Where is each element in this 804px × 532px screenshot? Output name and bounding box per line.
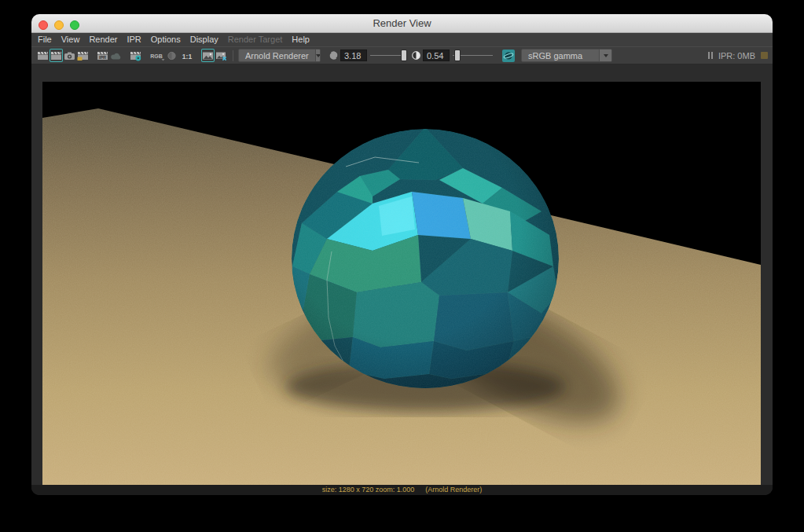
render-view-window: Render View File View Render IPR Options… (31, 14, 773, 495)
menu-options[interactable]: Options (146, 33, 185, 46)
svg-text:1:1: 1:1 (182, 52, 192, 60)
display-real-size-button[interactable]: 1:1 (178, 49, 195, 62)
status-bar: size: 1280 x 720 zoom: 1.000 (Arnold Ren… (31, 485, 773, 495)
ipr-render-button[interactable]: IPR (96, 49, 109, 62)
snapshot-button[interactable] (63, 49, 76, 62)
gamma-slider-handle[interactable] (455, 50, 460, 61)
render-current-frame-button[interactable] (50, 49, 63, 62)
svg-text:IPR: IPR (99, 54, 106, 59)
ipr-render-settings-button[interactable] (129, 49, 142, 62)
status-size-zoom: size: 1280 x 720 zoom: 1.000 (322, 485, 415, 495)
stop-ipr-icon[interactable] (761, 52, 768, 59)
title-bar[interactable]: Render View (31, 14, 773, 33)
keep-image-icon (202, 50, 214, 61)
exposure-slider-handle[interactable] (402, 50, 406, 61)
exposure-slider[interactable] (370, 50, 406, 61)
gamma-icon (409, 49, 423, 62)
exposure-input[interactable] (340, 50, 367, 61)
clapperboard-icon (37, 50, 49, 61)
pause-ipr-tuning-button (109, 49, 123, 62)
rgb-channels-icon: RGB (149, 50, 165, 61)
menu-file[interactable]: File (33, 33, 57, 46)
status-renderer: (Arnold Renderer) (425, 485, 482, 495)
display-alpha-channel-button (165, 49, 178, 62)
ipr-clapperboard-icon: IPR (97, 50, 108, 61)
clapperboard-settings-icon (77, 50, 89, 61)
keep-image-button[interactable] (201, 49, 215, 62)
menu-display[interactable]: Display (185, 33, 223, 46)
clapperboard-selected-icon (50, 50, 62, 61)
render-view-panel (31, 64, 773, 485)
chevron-down-icon (315, 50, 321, 61)
clapperboard-gear-icon (130, 50, 141, 61)
menu-ipr[interactable]: IPR (122, 33, 145, 46)
chevron-down-icon (599, 50, 611, 61)
alpha-channel-icon (166, 50, 178, 61)
ipr-memory-label: IPR: 0MB (718, 51, 755, 61)
color-management-button[interactable] (502, 50, 515, 62)
open-render-settings-button[interactable] (76, 49, 90, 62)
camera-icon (64, 50, 75, 61)
svg-text:RGB: RGB (150, 53, 163, 59)
real-size-icon: 1:1 (179, 50, 195, 61)
display-rgb-channels-button[interactable]: RGB (149, 49, 165, 62)
remove-image-button[interactable] (215, 49, 228, 62)
color-management-icon (502, 50, 515, 62)
menu-bar: File View Render IPR Options Display Ren… (31, 33, 773, 46)
ipr-update-cloud-icon (110, 50, 122, 61)
remove-image-icon (215, 50, 227, 61)
menu-render-target: Render Target (223, 33, 288, 46)
toolbar: IPR RGB (31, 46, 773, 64)
menu-render[interactable]: Render (84, 33, 122, 46)
rendered-image[interactable] (42, 82, 761, 485)
exposure-aperture-icon (327, 49, 340, 62)
colorspace-dropdown[interactable]: sRGB gamma (521, 49, 612, 62)
renderer-dropdown-value: Arnold Renderer (239, 51, 315, 61)
window-title: Render View (31, 17, 773, 29)
redo-render-button[interactable] (36, 49, 50, 62)
gamma-slider[interactable] (453, 50, 493, 61)
renderer-dropdown[interactable]: Arnold Renderer (238, 49, 321, 62)
pause-icon[interactable] (708, 52, 713, 59)
menu-view[interactable]: View (57, 33, 85, 46)
menu-help[interactable]: Help (287, 33, 314, 46)
gamma-input[interactable] (423, 50, 450, 61)
colorspace-dropdown-value: sRGB gamma (522, 51, 589, 61)
